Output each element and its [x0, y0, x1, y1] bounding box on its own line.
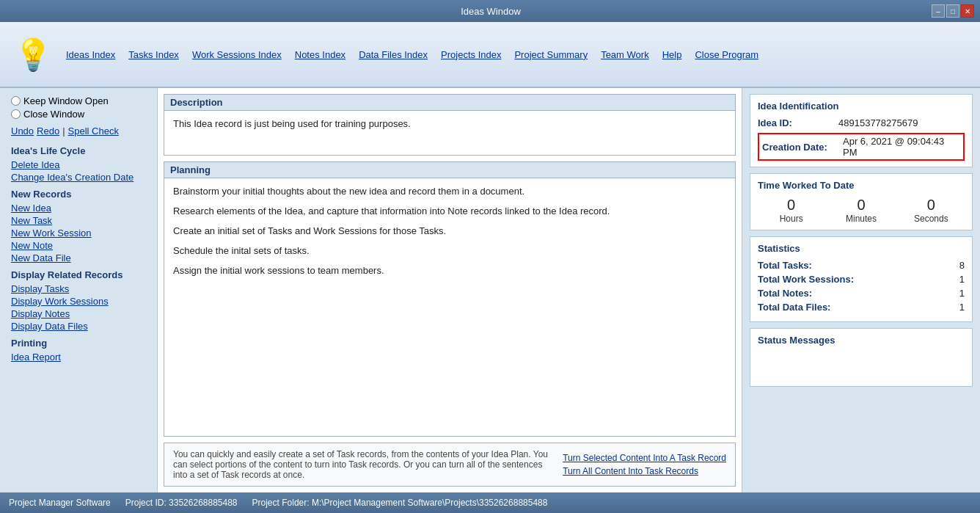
display-notes-link[interactable]: Display Notes	[11, 308, 146, 319]
hours-section: 0 Hours	[758, 197, 824, 224]
time-worked-grid: 0 Hours 0 Minutes 0 Seconds	[758, 197, 965, 224]
nav-team-work[interactable]: Team Work	[601, 49, 649, 60]
statistics-title: Statistics	[758, 243, 965, 254]
creation-date-label: Creation Date:	[762, 142, 843, 153]
nav-tasks-index[interactable]: Tasks Index	[128, 49, 179, 60]
total-notes-label: Total Notes:	[758, 288, 943, 299]
idea-id-label: Idea ID:	[758, 117, 838, 128]
status-messages-box: Status Messages	[750, 328, 973, 387]
status-project-id: Project ID: 33526268885488	[125, 498, 238, 508]
planning-item-0: Brainstorm your initial thoughts about t…	[173, 186, 726, 197]
hours-label: Hours	[758, 214, 824, 224]
bottom-bar-text: You can quickly and easily create a set …	[173, 449, 548, 480]
idea-identification-title: Idea Identification	[758, 101, 965, 112]
total-data-files-label: Total Data Files:	[758, 302, 943, 313]
redo-link[interactable]: Redo	[37, 125, 59, 137]
spell-check-link[interactable]: Spell Check	[68, 125, 119, 137]
delete-idea-link[interactable]: Delete Idea	[11, 159, 146, 170]
planning-item-2: Create an initial set of Tasks and Work …	[173, 225, 726, 236]
printing-title: Printing	[11, 338, 146, 349]
status-messages-title: Status Messages	[758, 335, 965, 346]
display-work-sessions-link[interactable]: Display Work Sessions	[11, 296, 146, 307]
nav-bar: 💡 Ideas Index Tasks Index Work Sessions …	[0, 22, 980, 88]
restore-button[interactable]: □	[946, 4, 959, 18]
nav-project-summary[interactable]: Project Summary	[514, 49, 588, 60]
close-button[interactable]: ✕	[961, 4, 974, 18]
time-worked-box: Time Worked To Date 0 Hours 0 Minutes 0 …	[750, 173, 973, 230]
turn-all-to-task-link[interactable]: Turn All Content Into Task Records	[563, 466, 726, 476]
description-section: Description This Idea record is just bei…	[164, 94, 736, 156]
ideas-life-cycle-title: Idea's Life Cycle	[11, 145, 146, 156]
turn-selected-to-task-link[interactable]: Turn Selected Content Into A Task Record	[563, 453, 726, 463]
window-title: Ideas Window	[50, 6, 932, 17]
display-tasks-link[interactable]: Display Tasks	[11, 283, 146, 294]
app-logo: 💡	[7, 29, 59, 80]
nav-work-sessions-index[interactable]: Work Sessions Index	[192, 49, 282, 60]
window-behavior-group: Keep Window Open Close Window	[11, 95, 146, 120]
total-notes-value: 1	[943, 288, 965, 299]
planning-item-4: Assign the initial work sessions to team…	[173, 265, 726, 276]
edit-actions: Undo Redo | Spell Check	[11, 125, 146, 137]
creation-date-row: Creation Date: Apr 6, 2021 @ 09:04:43 PM	[758, 133, 965, 161]
keep-window-open-radio[interactable]: Keep Window Open	[11, 95, 146, 106]
total-tasks-label: Total Tasks:	[758, 260, 943, 271]
right-panel: Idea Identification Idea ID: 48915377827…	[742, 88, 980, 492]
status-project-folder: Project Folder: M:\Project Management So…	[252, 498, 548, 508]
planning-body: Brainstorm your initial thoughts about t…	[164, 178, 735, 436]
total-data-files-value: 1	[943, 302, 965, 313]
idea-id-value: 489153778275679	[838, 117, 918, 128]
new-task-link[interactable]: New Task	[11, 215, 146, 226]
new-records-title: New Records	[11, 189, 146, 200]
bottom-bar-links: Turn Selected Content Into A Task Record…	[563, 449, 726, 480]
idea-report-link[interactable]: Idea Report	[11, 352, 146, 363]
new-note-link[interactable]: New Note	[11, 240, 146, 251]
nav-notes-index[interactable]: Notes Index	[295, 49, 345, 60]
description-text: This Idea record is just being used for …	[173, 118, 726, 129]
status-bar: Project Manager Software Project ID: 335…	[0, 492, 980, 513]
time-worked-title: Time Worked To Date	[758, 180, 965, 191]
total-tasks-row: Total Tasks: 8	[758, 260, 965, 271]
nav-projects-index[interactable]: Projects Index	[441, 49, 501, 60]
description-header: Description	[164, 95, 735, 111]
new-idea-link[interactable]: New Idea	[11, 203, 146, 214]
display-related-title: Display Related Records	[11, 269, 146, 280]
close-window-radio[interactable]: Close Window	[11, 109, 146, 120]
undo-link[interactable]: Undo	[11, 125, 34, 137]
nav-data-files-index[interactable]: Data Files Index	[359, 49, 428, 60]
idea-identification-box: Idea Identification Idea ID: 48915377827…	[750, 94, 973, 167]
minutes-label: Minutes	[827, 214, 894, 224]
creation-date-value: Apr 6, 2021 @ 09:04:43 PM	[843, 136, 960, 158]
total-work-sessions-value: 1	[943, 274, 965, 285]
status-software: Project Manager Software	[9, 498, 111, 508]
content-area: Description This Idea record is just bei…	[158, 88, 742, 492]
nav-ideas-index[interactable]: Ideas Index	[66, 49, 115, 60]
nav-close-program[interactable]: Close Program	[695, 49, 758, 60]
sidebar: Keep Window Open Close Window Undo Redo …	[0, 88, 158, 492]
minutes-value: 0	[827, 197, 894, 214]
new-data-file-link[interactable]: New Data File	[11, 252, 146, 263]
new-work-session-link[interactable]: New Work Session	[11, 228, 146, 239]
hours-value: 0	[758, 197, 824, 214]
title-bar-controls: – □ ✕	[932, 4, 974, 18]
total-tasks-value: 8	[943, 260, 965, 271]
title-bar: Ideas Window – □ ✕	[0, 0, 980, 22]
display-data-files-link[interactable]: Display Data Files	[11, 321, 146, 332]
planning-section: Planning Brainstorm your initial thought…	[164, 161, 736, 437]
planning-item-1: Research elements of the Idea, and captu…	[173, 205, 726, 217]
planning-item-3: Schedule the inital sets of tasks.	[173, 245, 726, 256]
idea-id-row: Idea ID: 489153778275679	[758, 117, 965, 128]
minimize-button[interactable]: –	[932, 4, 945, 18]
nav-links: Ideas Index Tasks Index Work Sessions In…	[59, 49, 758, 60]
total-data-files-row: Total Data Files: 1	[758, 302, 965, 313]
description-body: This Idea record is just being used for …	[164, 111, 735, 155]
statistics-box: Statistics Total Tasks: 8 Total Work Ses…	[750, 236, 973, 322]
seconds-section: 0 Seconds	[898, 197, 965, 224]
change-creation-date-link[interactable]: Change Idea's Creation Date	[11, 172, 146, 183]
main-layout: Keep Window Open Close Window Undo Redo …	[0, 88, 980, 492]
nav-help[interactable]: Help	[662, 49, 682, 60]
minutes-section: 0 Minutes	[827, 197, 894, 224]
planning-header: Planning	[164, 162, 735, 178]
total-notes-row: Total Notes: 1	[758, 288, 965, 299]
total-work-sessions-row: Total Work Sessions: 1	[758, 274, 965, 285]
seconds-value: 0	[898, 197, 965, 214]
